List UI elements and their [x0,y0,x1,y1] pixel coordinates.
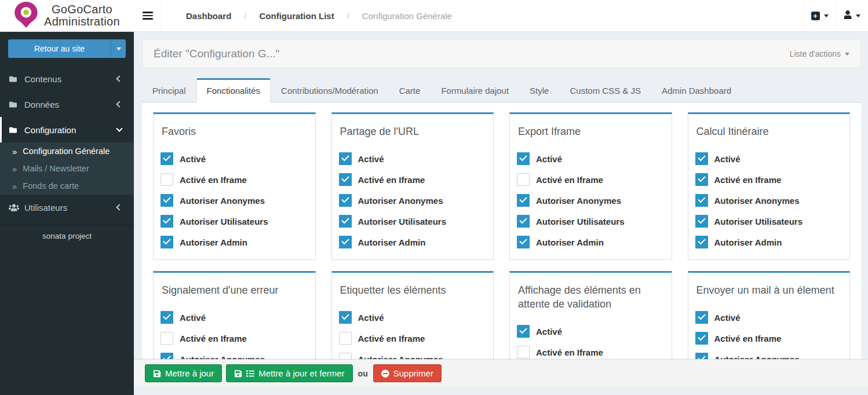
checkbox[interactable] [517,194,530,207]
sidebar-subitem-fonds-de-carte[interactable]: »Fonds de carte [0,177,134,195]
checkbox[interactable] [339,194,352,207]
checkbox[interactable] [695,236,708,248]
checkbox-row: Activé en Iframe [161,169,308,190]
actions-list-dropdown[interactable]: Liste d'actions [790,49,849,58]
sidebar-item-contenus[interactable]: Contenus [0,66,134,92]
back-to-site-button[interactable]: Retour au site [8,39,111,58]
checkbox[interactable] [695,332,708,345]
tab-contributions-mod-ration[interactable]: Contributions/Modération [271,78,389,103]
tab-carte[interactable]: Carte [389,78,431,103]
checkbox-label: Autoriser Utilisateurs [536,217,625,226]
breadcrumb-item[interactable]: Dashboard [186,11,231,21]
delete-button[interactable]: Supprimer [373,364,442,382]
checkbox-label: Activé [180,154,206,164]
users-icon [9,203,24,212]
checkbox[interactable] [161,173,173,186]
brand-title-line1: GoGoCarto [44,3,120,16]
checkbox[interactable] [339,332,352,345]
sidebar-item-label: Configuration [24,125,76,135]
checkbox[interactable] [517,152,530,165]
minus-circle-icon [381,370,389,378]
breadcrumb-item[interactable]: Configuration List [260,11,334,21]
checkbox-label: Autoriser Anonymes [536,196,621,206]
tab-admin-dashboard[interactable]: Admin Dashboard [651,78,742,103]
back-to-site-dropdown-toggle[interactable] [111,39,126,58]
checkbox[interactable] [695,194,708,207]
sidebar-item-donn-es[interactable]: Données [0,92,134,117]
feature-card: Partage de l'URLActivéActivé en IframeAu… [331,112,494,260]
checkbox-label: Activé [358,154,384,164]
checkbox[interactable] [695,215,708,228]
sidebar-menu: ContenusDonnéesConfiguration»Configurati… [0,66,134,220]
checkbox[interactable] [339,215,352,228]
main-content: Éditer "Configuration G..." Liste d'acti… [134,32,868,395]
actions-list-label: Liste d'actions [790,49,841,58]
update-button[interactable]: Mettre à jour [145,364,222,382]
chevron-down-icon [116,125,122,131]
checkbox[interactable] [517,215,530,228]
tab-bar: PrincipalFonctionalitésContributions/Mod… [142,78,861,103]
checkbox-row: Autoriser Admin [517,232,665,253]
tab-custom-css-js[interactable]: Custom CSS & JS [559,78,651,103]
update-and-close-button[interactable]: Mettre à jour et fermer [226,364,352,382]
checkbox[interactable] [339,152,352,165]
folder-icon [9,126,24,134]
sidebar-item-configuration[interactable]: Configuration [0,117,134,142]
sidebar-subitem-configuration-g-n-rale[interactable]: »Configuration Générale [0,142,134,160]
checkbox-row: Autoriser Utilisateurs [517,211,665,232]
checkbox[interactable] [517,236,530,248]
checkbox[interactable] [517,325,530,338]
checkbox-label: Activé en Iframe [714,334,782,343]
checkbox-label: Activé en Iframe [536,175,603,185]
navbar-right: + [803,0,868,31]
tab-style[interactable]: Style [519,78,559,103]
checkbox-label: Activé en Iframe [358,175,425,185]
checkbox[interactable] [161,215,173,228]
checkbox-label: Autoriser Utilisateurs [358,217,447,226]
brand-title: GoGoCarto Administration [44,3,120,28]
checkbox[interactable] [161,152,173,165]
tab-formulaire-dajout[interactable]: Formulaire dajout [431,78,519,103]
checkbox[interactable] [517,173,530,186]
sidebar-item-label: Utilisateurs [24,203,67,213]
card-title: Etiquetter les éléments [340,283,486,297]
checkbox-label: Autoriser Utilisateurs [714,217,803,226]
checkbox[interactable] [517,346,530,359]
update-button-label: Mettre à jour [165,368,214,378]
checkbox[interactable] [161,194,173,207]
map-pin-logo-icon [14,1,38,31]
breadcrumb-separator: / [347,11,349,21]
plus-square-icon: + [811,12,820,20]
checkbox[interactable] [339,236,352,248]
sidebar-item-utilisateurs[interactable]: Utilisateurs [0,195,134,220]
checkbox[interactable] [339,311,352,324]
checkbox-label: Activé [714,154,741,164]
add-new-dropdown[interactable]: + [803,0,836,31]
checkbox[interactable] [161,332,173,345]
double-angle-right-icon: » [12,181,17,191]
user-menu-dropdown[interactable] [836,0,868,31]
chevron-left-icon [116,204,122,210]
card-title: Favoris [162,125,307,138]
checkbox[interactable] [695,152,708,165]
chevron-left-icon [116,101,122,107]
content-inner: Éditer "Configuration G..." Liste d'acti… [134,32,868,395]
checkbox-row: Autoriser Anonymes [517,190,665,211]
checkbox[interactable] [695,311,708,324]
checkbox-row: Activé [517,148,665,169]
admin-app: GoGoCarto Administration Dashboard/Confi… [0,0,868,395]
checkbox[interactable] [161,311,173,324]
tab-principal[interactable]: Principal [142,78,196,103]
checkbox[interactable] [339,173,352,186]
tab-fonctionalit-s[interactable]: Fonctionalités [196,78,271,103]
checkbox[interactable] [695,173,708,186]
sidebar-subitem-mails-newsletter[interactable]: »Mails / Newsletter [0,160,134,177]
chevron-down-icon [856,14,860,17]
page-title: Éditer "Configuration G..." [154,47,279,60]
sidebar-toggle-hamburger-icon[interactable] [134,0,162,31]
checkbox-label: Autoriser Admin [358,237,426,247]
checkbox[interactable] [161,236,173,248]
checkbox-row: Autoriser Admin [339,232,487,253]
checkbox-label: Activé [536,154,562,164]
checkbox-label: Activé en Iframe [536,348,603,357]
